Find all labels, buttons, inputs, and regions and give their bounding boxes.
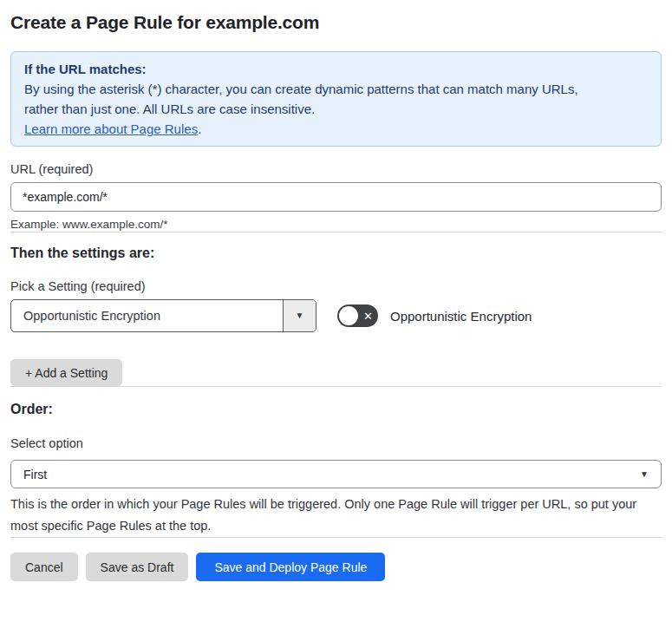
select-option-label: Select option xyxy=(10,435,662,451)
setting-combobox[interactable]: Opportunistic Encryption ▼ xyxy=(10,299,316,332)
order-select-value: First xyxy=(23,468,640,481)
toggle-knob xyxy=(339,306,358,325)
url-field-label: URL (required) xyxy=(10,161,662,177)
learn-more-link[interactable]: Learn more about Page Rules xyxy=(24,121,198,136)
section-divider xyxy=(10,386,662,387)
footer-divider xyxy=(10,537,662,538)
settings-section-heading: Then the settings are: xyxy=(10,245,662,261)
url-example-helper: Example: www.example.com/* xyxy=(10,217,662,232)
url-match-info-box: If the URL matches: By using the asteris… xyxy=(10,51,662,147)
save-as-draft-button[interactable]: Save as Draft xyxy=(86,553,189,581)
order-helper-line-1: This is the order in which your Page Rul… xyxy=(10,494,662,515)
info-box-body-line-2: rather than just one. All URLs are case … xyxy=(24,99,648,119)
setting-combobox-dropdown-button[interactable]: ▼ xyxy=(283,300,316,331)
chevron-down-icon: ▼ xyxy=(296,311,304,320)
info-box-link-line: Learn more about Page Rules. xyxy=(24,119,648,139)
section-divider xyxy=(10,232,662,232)
save-and-deploy-button[interactable]: Save and Deploy Page Rule xyxy=(196,553,385,581)
order-section-heading: Order: xyxy=(10,401,662,417)
setting-toggle-group: ✕ Opportunistic Encryption xyxy=(337,304,532,327)
setting-combobox-value: Opportunistic Encryption xyxy=(11,300,283,331)
url-input[interactable] xyxy=(10,182,662,212)
chevron-down-icon: ▼ xyxy=(640,470,649,479)
opportunistic-encryption-toggle[interactable]: ✕ xyxy=(337,304,378,327)
info-box-heading: If the URL matches: xyxy=(24,59,648,79)
cancel-button[interactable]: Cancel xyxy=(10,553,78,581)
order-helper-line-2: most specific Page Rules at the top. xyxy=(10,515,662,537)
pick-setting-label: Pick a Setting (required) xyxy=(10,278,662,294)
setting-row: Opportunistic Encryption ▼ ✕ Opportunist… xyxy=(10,299,662,332)
order-select[interactable]: First ▼ xyxy=(10,460,662,488)
order-helper-text: This is the order in which your Page Rul… xyxy=(10,494,662,537)
add-setting-button[interactable]: + Add a Setting xyxy=(10,359,122,386)
create-page-rule-form: Create a Page Rule for example.com If th… xyxy=(0,0,672,592)
info-box-body-line-1: By using the asterisk (*) character, you… xyxy=(24,79,648,99)
toggle-off-x-icon: ✕ xyxy=(358,304,378,327)
link-period: . xyxy=(198,121,201,136)
page-title: Create a Page Rule for example.com xyxy=(10,12,662,33)
footer-buttons: Cancel Save as Draft Save and Deploy Pag… xyxy=(10,553,662,581)
toggle-label: Opportunistic Encryption xyxy=(390,309,532,324)
